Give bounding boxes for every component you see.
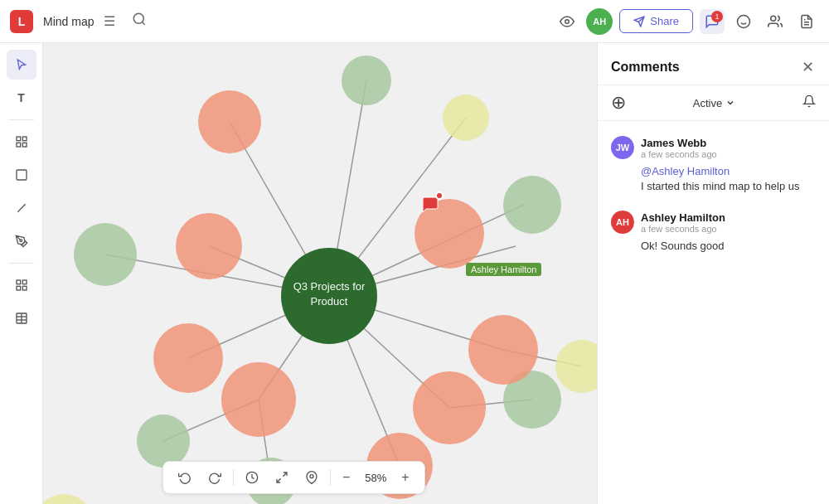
avatar-ah2: AH [611,211,634,234]
topbar-right: AH Share 1 [555,8,819,35]
left-toolbar: T [0,43,43,504]
top-bar: L Mind map ☰ AH Share 1 [0,0,829,43]
svg-point-45 [153,323,223,393]
grid-tool[interactable] [7,270,36,300]
svg-text:Q3 Projects for: Q3 Projects for [293,280,366,293]
history-button[interactable] [239,468,265,487]
toolbar-divider-2 [9,263,34,264]
svg-point-51 [74,223,137,286]
comment-author-info-2: Ashley Hamilton a few seconds ago [641,211,725,234]
svg-rect-16 [17,280,21,284]
svg-point-63 [310,475,313,478]
svg-rect-17 [22,280,27,284]
comments-panel-button[interactable]: 1 [700,9,725,34]
comments-header: Comments ✕ [598,43,829,85]
svg-rect-11 [22,143,27,147]
reactions-button[interactable] [731,9,756,34]
svg-point-44 [176,213,242,279]
svg-rect-19 [17,286,21,290]
add-comment-button[interactable]: ⊕ [611,92,626,114]
main-area: T [0,43,829,504]
comments-list: JW James Webb a few seconds ago @Ashley … [598,121,829,504]
active-filter-button[interactable]: Active [693,97,735,109]
comments-toolbar: ⊕ Active [598,85,829,121]
svg-point-59 [468,315,538,385]
bottom-toolbar: − 58% + [162,461,425,494]
svg-point-46 [221,362,296,437]
comment-meta: JW James Webb a few seconds ago [611,136,816,159]
svg-point-50 [342,56,391,105]
zoom-level: 58% [360,472,391,484]
svg-point-0 [134,13,144,23]
toolbar-divider [9,119,34,120]
comment-badge: 1 [711,11,723,22]
toolbar-divider [233,469,234,486]
redo-button[interactable] [201,468,228,487]
svg-point-57 [555,340,597,393]
svg-point-6 [771,16,776,21]
svg-line-62 [277,478,281,482]
fullscreen-button[interactable] [269,468,295,487]
comments-panel: Comments ✕ ⊕ Active JW James Webb [597,43,829,504]
comment-annotation-icon[interactable] [420,195,440,220]
comment-mention: @Ashley Hamilton [641,165,730,177]
svg-rect-9 [17,137,21,141]
search-button[interactable] [125,8,153,34]
location-button[interactable] [298,468,325,487]
svg-point-56 [443,94,489,141]
share-button[interactable]: Share [619,9,693,33]
table-tool[interactable] [7,303,36,333]
app-title: Mind map [43,15,94,28]
user-avatar-ah[interactable]: AH [586,8,613,35]
svg-text:Product: Product [311,295,348,308]
comment-item: AH Ashley Hamilton a few seconds ago Ok!… [598,202,829,262]
svg-point-43 [198,90,261,153]
comments-title: Comments [611,60,680,75]
rect-tool[interactable] [7,160,36,190]
svg-rect-10 [22,137,27,141]
comment-author-info: James Webb a few seconds ago [641,137,717,159]
comment-time-2: a few seconds ago [641,224,725,234]
logo-icon[interactable]: L [10,10,33,33]
svg-point-15 [20,240,22,242]
svg-point-2 [565,19,570,23]
zoom-out-button[interactable]: − [336,467,356,488]
comment-meta-2: AH Ashley Hamilton a few seconds ago [611,211,816,234]
select-tool[interactable] [7,50,36,80]
canvas-area[interactable]: Q3 Projects for Product [43,43,597,504]
comment-author: James Webb [641,137,717,149]
comment-text: @Ashley Hamilton I started this mind map… [641,164,816,194]
svg-point-52 [503,176,561,234]
notification-bell-button[interactable] [802,94,816,111]
comment-item: JW James Webb a few seconds ago @Ashley … [598,128,829,202]
text-tool[interactable]: T [7,83,36,113]
close-comments-button[interactable]: ✕ [800,56,816,78]
comment-text-2: Ok! Sounds good [641,239,816,254]
svg-rect-12 [17,143,21,147]
svg-point-54 [137,414,190,468]
view-button[interactable] [555,9,579,34]
pages-button[interactable] [794,9,819,34]
svg-line-61 [283,472,287,477]
toolbar-divider-2 [330,469,331,486]
cursor-label: Ashley Hamilton [466,263,541,276]
frame-tool[interactable] [7,127,36,157]
avatar-jw: JW [611,136,634,159]
comment-author-2: Ashley Hamilton [641,211,725,224]
line-tool[interactable] [7,193,36,223]
zoom-in-button[interactable]: + [395,467,415,488]
team-button[interactable] [763,9,788,34]
comment-time: a few seconds ago [641,149,717,159]
svg-point-3 [738,15,750,27]
svg-point-58 [43,494,94,504]
pen-tool[interactable] [7,226,36,256]
svg-rect-18 [22,286,27,290]
svg-line-1 [143,22,145,24]
hamburger-button[interactable]: ☰ [100,10,119,32]
svg-line-14 [17,204,25,211]
svg-rect-13 [17,170,27,180]
svg-point-48 [413,371,486,444]
undo-button[interactable] [172,468,198,487]
